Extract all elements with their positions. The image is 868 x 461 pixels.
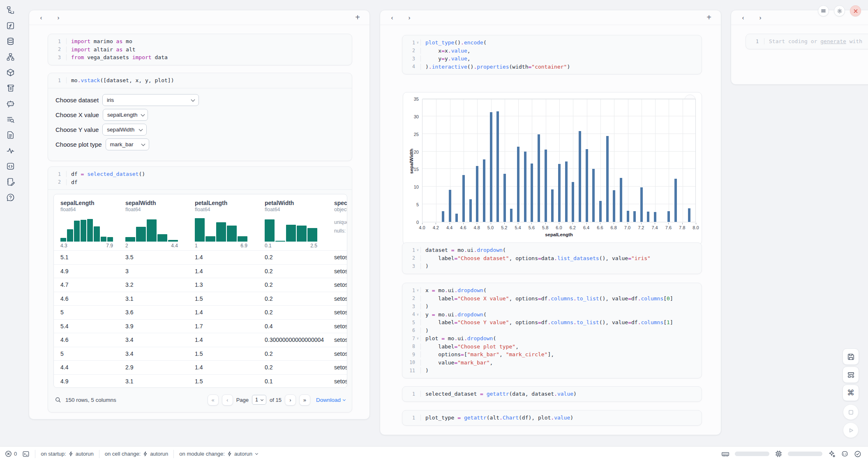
chart-bar[interactable]	[627, 211, 629, 222]
code-line[interactable]: 1selected_dataset = getattr(data, datase…	[402, 390, 702, 398]
code-line[interactable]: 1plot_type = getattr(alt.Chart(df), plot…	[402, 414, 702, 422]
code-line[interactable]: 5 label="Choose Y value", options=df.col…	[402, 318, 702, 327]
table-row[interactable]: 4.42.91.40.2setosa	[54, 360, 347, 374]
chevron-right-icon[interactable]: ›	[54, 13, 63, 22]
chart-bar[interactable]	[640, 187, 643, 222]
code-line[interactable]: 1import marimo as mo	[48, 37, 352, 46]
table-row[interactable]: 4.93.11.50.1setosa	[54, 374, 347, 388]
menu-button[interactable]	[818, 5, 829, 16]
table-column-header[interactable]: sepalWidthfloat6424.4	[125, 194, 190, 249]
download-button[interactable]: Download	[316, 397, 345, 403]
file-tree-icon[interactable]	[6, 5, 15, 14]
code-cell-imports[interactable]: 1import marimo as mo2import altair as al…	[48, 34, 352, 65]
dropdown-choose-dataset[interactable]: iris	[102, 94, 199, 106]
table-row[interactable]: 4.63.11.50.2setosa	[54, 292, 347, 306]
script-scroll-icon[interactable]	[6, 83, 15, 92]
table-column-header[interactable]: petalLengthfloat6416.9	[195, 194, 260, 249]
chart-bar[interactable]	[667, 211, 670, 222]
code-line[interactable]: 4∨y = mo.ui.dropdown(	[402, 311, 702, 319]
code-line[interactable]: 1∨x = mo.ui.dropdown(	[402, 286, 702, 295]
code-cell-empty-scratch[interactable]: 1 Start coding or generate with	[746, 34, 868, 49]
code-line[interactable]: 2 x=x.value,	[402, 47, 702, 55]
table-row[interactable]: 53.61.40.2setosa	[54, 305, 347, 319]
shutdown-button[interactable]	[850, 5, 861, 16]
table-row[interactable]: 4.63.41.40.30000000000000004setosa	[54, 333, 347, 347]
code-cell-plot-encode[interactable]: 1∨plot_type().encode(2 x=x.value,3 y=y.v…	[402, 35, 702, 74]
code-line[interactable]: 1∨dataset = mo.ui.dropdown(	[402, 246, 702, 254]
chart-bar[interactable]	[517, 147, 519, 222]
chart-bar[interactable]	[586, 149, 588, 222]
chart-bar[interactable]	[688, 208, 690, 222]
dropdown-choose-x-value[interactable]: sepalLength	[103, 109, 148, 121]
chevron-left-icon[interactable]: ‹	[388, 13, 397, 22]
list-search-icon[interactable]	[6, 115, 15, 124]
last-page-button[interactable]: »	[299, 394, 310, 406]
settings-button[interactable]	[834, 5, 845, 16]
code-line[interactable]: 2import altair as alt	[48, 46, 352, 54]
run-all-button[interactable]	[843, 422, 859, 438]
chart-plot-area[interactable]	[422, 99, 696, 222]
table-column-header[interactable]: speciesobjectunique:nulls:	[334, 194, 347, 235]
chat-bot-icon[interactable]	[6, 99, 15, 108]
fold-chevron-icon[interactable]: ∨	[415, 337, 420, 340]
table-column-header[interactable]: sepalLengthfloat644.37.9	[60, 194, 125, 249]
terminal-button[interactable]	[22, 450, 30, 458]
code-line[interactable]: 2 label="Choose dataset", options=data.l…	[402, 254, 702, 263]
code-snippet-icon[interactable]	[6, 161, 15, 171]
code-line[interactable]: 8 label="Choose plot type",	[402, 343, 702, 351]
table-row[interactable]: 53.41.50.2setosa	[54, 347, 347, 361]
chart-bar[interactable]	[674, 179, 677, 222]
code-cell-plot-type[interactable]: 1plot_type = getattr(alt.Chart(df), plot…	[402, 410, 702, 426]
code-line[interactable]: 7∨plot = mo.ui.dropdown(	[402, 334, 702, 343]
code-cell-vstack[interactable]: 1mo.vstack([dataset, x, y, plot]) Choose…	[48, 73, 352, 161]
page-select[interactable]: 1	[252, 395, 266, 405]
code-line[interactable]: 3)	[402, 302, 702, 311]
code-line[interactable]: 3from vega_datasets import data	[48, 53, 352, 62]
code-cell-selected-dataset[interactable]: 1selected_dataset = getattr(data, datase…	[402, 386, 702, 402]
fold-chevron-icon[interactable]: ∨	[415, 288, 420, 292]
prev-page-button[interactable]: ‹	[222, 394, 233, 406]
scratchpad-icon[interactable]	[6, 177, 15, 186]
chart-bar[interactable]	[462, 175, 465, 222]
help-icon[interactable]	[6, 193, 15, 202]
chart-bar[interactable]	[606, 136, 609, 222]
chart-bar[interactable]	[531, 164, 533, 222]
keyboard-shortcuts-button[interactable]: ⌘	[843, 385, 859, 401]
ai-sparkles-icon[interactable]	[828, 450, 836, 458]
dependency-graph-icon[interactable]	[6, 52, 15, 61]
chart-bar[interactable]	[503, 174, 506, 222]
chart-bar[interactable]	[620, 178, 622, 222]
chart-bar[interactable]	[449, 190, 451, 222]
code-cell-xy-plot-dropdowns[interactable]: 1∨x = mo.ui.dropdown(2 label="Choose X v…	[402, 283, 702, 378]
on-startup-setting[interactable]: on startup:autorun	[41, 451, 94, 457]
code-line[interactable]: 9 options=["mark_bar", "mark_circle"],	[402, 350, 702, 359]
add-cell-icon[interactable]: +	[353, 13, 362, 22]
code-line[interactable]: 10 value="mark_bar",	[402, 359, 702, 367]
table-column-header[interactable]: petalWidthfloat640.12.5	[265, 194, 330, 249]
chart-bar[interactable]	[510, 209, 512, 222]
chart-bar[interactable]	[579, 131, 581, 222]
table-row[interactable]: 5.13.51.40.2setosa	[54, 250, 347, 264]
stop-kernel-button[interactable]	[843, 404, 859, 420]
chevron-right-icon[interactable]: ›	[405, 13, 414, 22]
chart-bar[interactable]	[647, 212, 649, 222]
code-placeholder[interactable]: Start coding or generate with	[764, 38, 866, 44]
fold-chevron-icon[interactable]: ∨	[415, 41, 420, 44]
on-module-change-setting[interactable]: on module change:autorun	[179, 451, 258, 457]
chart-bar[interactable]	[538, 134, 540, 222]
fold-chevron-icon[interactable]: ∨	[415, 313, 420, 316]
code-line[interactable]: 1mo.vstack([dataset, x, y, plot])	[48, 76, 352, 85]
code-line[interactable]: 2 label="Choose X value", options=df.col…	[402, 295, 702, 303]
chart-bar[interactable]	[476, 166, 478, 222]
chart-bar[interactable]	[633, 211, 636, 222]
chart-bar[interactable]	[551, 189, 554, 222]
chart-bar[interactable]	[599, 201, 602, 222]
connection-status-icon[interactable]	[854, 450, 861, 458]
function-square-icon[interactable]	[6, 21, 15, 30]
chart-bar[interactable]	[545, 150, 547, 222]
dropdown-choose-plot-type[interactable]: mark_bar	[106, 138, 149, 150]
layout-button[interactable]	[843, 366, 859, 383]
generate-link[interactable]: generate	[820, 38, 846, 44]
table-row[interactable]: 5.43.91.70.4setosa	[54, 319, 347, 333]
code-line[interactable]: 11)	[402, 366, 702, 375]
